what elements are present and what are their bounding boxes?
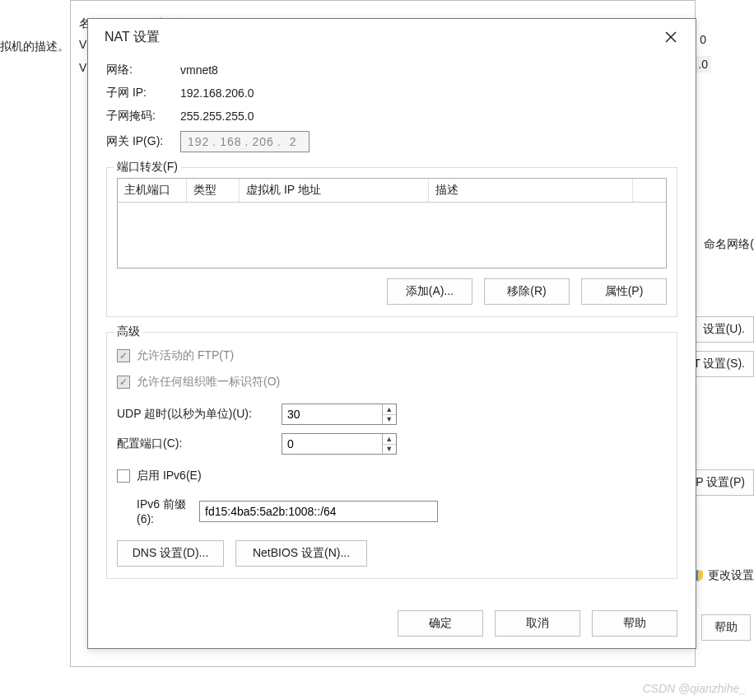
advanced-group: 高级 ✓ 允许活动的 FTP(T) ✓ 允许任何组织唯一标识符(O) UDP 超… — [106, 332, 677, 579]
pf-col-type[interactable]: 类型 — [187, 179, 240, 202]
remove-button[interactable]: 移除(R) — [484, 278, 570, 305]
bg-row-trail: .0 — [695, 56, 711, 72]
ipv6-prefix-label: IPv6 前缀(6): — [117, 497, 199, 525]
bg-left-text: 拟机的描述。 — [0, 40, 69, 54]
bg-vm-row: V — [79, 33, 86, 56]
ok-button[interactable]: 确定 — [398, 610, 483, 637]
ip-octet: 168 — [218, 135, 243, 148]
pf-col-host-port[interactable]: 主机端口 — [118, 179, 187, 202]
port-forwarding-legend: 端口转发(F) — [114, 160, 181, 175]
subnet-mask-label: 子网掩码: — [106, 109, 180, 124]
network-label: 网络: — [106, 63, 180, 77]
subnet-ip-value: 192.168.206.0 — [180, 86, 254, 100]
network-value: vmnet8 — [180, 63, 218, 77]
udp-timeout-input[interactable] — [282, 404, 382, 424]
config-port-label: 配置端口(C): — [117, 436, 282, 451]
spinner-up-icon[interactable]: ▲ — [383, 434, 396, 445]
dialog-footer: 确定 取消 帮助 — [398, 610, 677, 637]
ip-octet: 2 — [283, 135, 304, 148]
bg-vm-row: V — [79, 56, 86, 79]
allow-org-checkbox[interactable]: ✓ — [117, 376, 130, 389]
dialog-title: NAT 设置 — [105, 29, 160, 46]
close-icon — [664, 30, 677, 44]
spinner-down-icon[interactable]: ▼ — [383, 415, 396, 425]
dns-settings-button[interactable]: DNS 设置(D)... — [117, 540, 224, 567]
pf-col-vm-ip[interactable]: 虚拟机 IP 地址 — [240, 179, 429, 202]
allow-ftp-checkbox[interactable]: ✓ — [117, 349, 130, 362]
add-button[interactable]: 添加(A)... — [387, 278, 472, 305]
spinner-up-icon[interactable]: ▲ — [383, 404, 396, 415]
subnet-mask-value: 255.255.255.0 — [180, 110, 254, 123]
bg-change-settings-label: 更改设置 — [708, 568, 754, 583]
config-port-input[interactable] — [282, 434, 382, 454]
nat-settings-dialog: NAT 设置 网络: vmnet8 子网 IP: 192.168.206.0 子… — [87, 18, 696, 649]
config-port-spinner[interactable]: ▲ ▼ — [282, 433, 397, 455]
enable-ipv6-label: 启用 IPv6(E) — [137, 469, 202, 483]
pf-col-desc[interactable]: 描述 — [429, 179, 633, 202]
bg-help-button[interactable]: 帮助 — [701, 614, 751, 641]
bg-row-trail: 0 — [700, 33, 706, 46]
netbios-settings-button[interactable]: NetBIOS 设置(N)... — [235, 540, 367, 567]
bg-vm-rows: V V — [79, 33, 86, 79]
watermark: CSDN @qianzhihe_ — [643, 682, 747, 695]
properties-button[interactable]: 属性(P) — [581, 278, 667, 305]
spinner-down-icon[interactable]: ▼ — [383, 445, 396, 455]
bg-named-network-label: 命名网络( — [704, 237, 754, 252]
help-button[interactable]: 帮助 — [592, 610, 677, 637]
pf-header-row: 主机端口 类型 虚拟机 IP 地址 描述 — [118, 179, 666, 203]
advanced-legend: 高级 — [114, 324, 143, 339]
ip-octet: 206 — [251, 135, 276, 148]
port-forwarding-group: 端口转发(F) 主机端口 类型 虚拟机 IP 地址 描述 添加(A)... 移除… — [106, 167, 677, 317]
bg-settings-u-button[interactable]: 设置(U). — [694, 316, 754, 343]
bg-settings-p-button[interactable]: P 设置(P) — [687, 469, 754, 496]
ip-octet: 192 — [186, 135, 211, 148]
allow-ftp-label: 允许活动的 FTP(T) — [137, 348, 234, 363]
udp-timeout-spinner[interactable]: ▲ ▼ — [282, 404, 397, 425]
ipv6-prefix-input[interactable] — [199, 501, 438, 522]
pf-col-spacer — [633, 179, 666, 202]
gateway-ip-label: 网关 IP(G): — [106, 134, 180, 149]
allow-org-label: 允许任何组织唯一标识符(O) — [137, 375, 280, 390]
cancel-button[interactable]: 取消 — [495, 610, 580, 637]
udp-timeout-label: UDP 超时(以秒为单位)(U): — [117, 407, 282, 422]
close-button[interactable] — [656, 22, 686, 52]
port-forwarding-table[interactable]: 主机端口 类型 虚拟机 IP 地址 描述 — [117, 178, 667, 268]
enable-ipv6-checkbox[interactable]: ✓ — [117, 469, 130, 483]
bg-change-settings-button[interactable]: 更改设置 — [691, 568, 754, 583]
subnet-ip-label: 子网 IP: — [106, 86, 180, 100]
dialog-titlebar: NAT 设置 — [88, 19, 696, 55]
gateway-ip-field[interactable]: 192. 168. 206. 2 — [180, 131, 310, 152]
